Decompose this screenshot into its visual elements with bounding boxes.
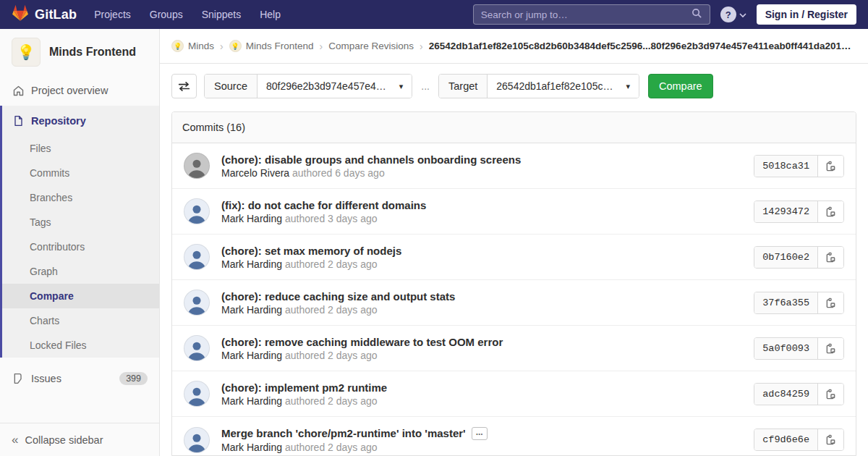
collapse-sidebar-button[interactable]: « Collapse sidebar [0, 423, 159, 456]
gitlab-tanuki-logo-icon [12, 4, 29, 25]
commit-row: Merge branch 'chore/pm2-runtime' into 'm… [172, 417, 856, 456]
copy-sha-button[interactable] [818, 384, 843, 405]
nav-groups[interactable]: Groups [150, 9, 183, 20]
help-menu-button[interactable]: ? [720, 7, 746, 22]
sidebar-item-project-overview[interactable]: Project overview [0, 75, 159, 106]
author-avatar[interactable] [184, 198, 210, 224]
commit-sha-group: 5a0f0093 [754, 337, 844, 360]
author-avatar[interactable] [184, 427, 210, 453]
commit-author-link[interactable]: Mark Harding [221, 442, 282, 453]
question-icon: ? [720, 7, 736, 22]
sidebar-item-issues[interactable]: Issues 399 [0, 363, 159, 394]
clipboard-icon [825, 252, 836, 263]
copy-sha-button[interactable] [818, 429, 843, 450]
author-avatar[interactable] [184, 244, 210, 270]
author-avatar[interactable] [184, 153, 210, 179]
commit-author-link[interactable]: Marcelo Rivera [221, 167, 289, 179]
copy-sha-button[interactable] [818, 247, 843, 268]
breadcrumb-page-label: Compare Revisions [328, 41, 414, 51]
commit-title-link[interactable]: (fix): do not cache for different domain… [221, 199, 426, 211]
nav-help[interactable]: Help [260, 9, 281, 20]
sidebar-item-branches[interactable]: Branches [2, 185, 159, 210]
copy-sha-button[interactable] [818, 201, 843, 222]
commit-row: (chore): remove caching middleware to te… [172, 326, 856, 371]
commit-title-link[interactable]: (chore): remove caching middleware to te… [221, 336, 503, 348]
commit-sha-link[interactable]: 14293472 [754, 201, 818, 222]
sidebar-item-commits[interactable]: Commits [2, 161, 159, 185]
group-avatar: 💡 [171, 40, 184, 52]
source-revision-dropdown[interactable]: 80f296e2b3d974e457e4… ▾ [258, 75, 412, 98]
commit-sha-group: 0b7160e2 [754, 246, 844, 269]
sidebar-item-graph[interactable]: Graph [2, 259, 159, 284]
copy-sha-button[interactable] [818, 338, 843, 359]
target-label: Target [439, 75, 488, 98]
project-title: Minds Frontend [49, 46, 136, 59]
commit-title-link[interactable]: (chore): implement pm2 runtime [221, 381, 387, 394]
author-avatar[interactable] [184, 381, 210, 407]
issues-icon [12, 372, 25, 385]
commit-time: authored 3 days ago [285, 213, 378, 224]
breadcrumb: 💡 Minds › 💡 Minds Frontend › Compare Rev… [160, 29, 868, 64]
sidebar-item-repository[interactable]: Repository [2, 106, 159, 136]
sidebar-item-locked-files[interactable]: Locked Files [2, 333, 159, 358]
commit-sha-link[interactable]: adc84259 [754, 384, 818, 405]
sidebar-item-files[interactable]: Files [2, 136, 159, 161]
commit-author-link[interactable]: Mark Harding [221, 395, 282, 407]
commit-author-link[interactable]: Mark Harding [221, 213, 282, 224]
sidebar-item-tags[interactable]: Tags [2, 210, 159, 235]
commit-time: authored 2 days ago [285, 395, 378, 407]
global-search[interactable] [473, 4, 710, 25]
sidebar-item-label: Issues [31, 373, 61, 384]
author-avatar[interactable] [184, 335, 210, 361]
breadcrumb-page-link[interactable]: Compare Revisions [328, 41, 414, 51]
commit-row: (chore): disable groups and channels onb… [172, 143, 856, 189]
search-icon [692, 8, 702, 22]
project-context-header[interactable]: 💡 Minds Frontend [0, 29, 159, 75]
sidebar-item-label: Repository [31, 115, 86, 127]
toggle-commit-description-button[interactable]: ... [472, 427, 488, 440]
commit-sha-link[interactable]: 0b7160e2 [754, 247, 818, 268]
target-revision-value: 26542db1af1ef82e105c… [496, 80, 613, 92]
commit-sha-link[interactable]: 5018ca31 [754, 156, 818, 177]
compare-button[interactable]: Compare [648, 74, 713, 98]
breadcrumb-separator: › [420, 41, 423, 52]
commit-sha-link[interactable]: 5a0f0093 [754, 338, 818, 359]
commit-sha-link[interactable]: 37f6a355 [754, 292, 818, 313]
commit-title-link[interactable]: (chore): disable groups and channels onb… [221, 153, 521, 166]
commit-author-link[interactable]: Mark Harding [221, 350, 282, 361]
commit-title-link[interactable]: (chore): set max memory of nodejs [221, 245, 401, 257]
sidebar-item-compare[interactable]: Compare [2, 284, 159, 308]
breadcrumb-group-link[interactable]: 💡 Minds [171, 40, 214, 52]
clipboard-icon [825, 389, 836, 400]
nav-snippets[interactable]: Snippets [202, 9, 241, 20]
source-label: Source [205, 75, 258, 98]
commit-title-link[interactable]: (chore): reduce caching size and output … [221, 290, 455, 303]
copy-sha-button[interactable] [818, 156, 843, 177]
breadcrumb-separator: › [319, 41, 323, 52]
person-icon [186, 248, 208, 269]
commit-sha-group: 37f6a355 [754, 292, 844, 314]
commit-sha-group: adc84259 [754, 383, 844, 405]
commit-time: authored 2 days ago [285, 304, 378, 316]
commit-author-link[interactable]: Mark Harding [221, 258, 282, 270]
sign-in-register-button[interactable]: Sign in / Register [757, 4, 856, 25]
swap-revisions-button[interactable] [171, 74, 197, 98]
nav-projects[interactable]: Projects [94, 9, 131, 20]
clipboard-icon [825, 161, 836, 172]
commit-sha-group: cf9d6e6e [754, 428, 844, 451]
project-avatar[interactable]: 💡 [12, 38, 41, 67]
commit-sha-link[interactable]: cf9d6e6e [754, 429, 818, 450]
search-input[interactable] [481, 9, 692, 20]
commit-author-link[interactable]: Mark Harding [221, 304, 282, 316]
home-icon [12, 84, 25, 97]
sidebar-item-label: Project overview [31, 85, 108, 96]
author-avatar[interactable] [184, 290, 210, 316]
breadcrumb-project-link[interactable]: 💡 Minds Frontend [229, 40, 314, 52]
sidebar-item-charts[interactable]: Charts [2, 308, 159, 333]
gitlab-home-link[interactable]: GitLab [12, 4, 77, 25]
sidebar-item-contributors[interactable]: Contributors [2, 235, 159, 259]
target-revision-dropdown[interactable]: 26542db1af1ef82e105c… ▾ [488, 75, 639, 98]
copy-sha-button[interactable] [818, 292, 843, 313]
compare-revisions-form: Source 80f296e2b3d974e457e4… ▾ ... Targe… [160, 64, 868, 107]
commit-title-link[interactable]: Merge branch 'chore/pm2-runtime' into 'm… [221, 427, 466, 439]
